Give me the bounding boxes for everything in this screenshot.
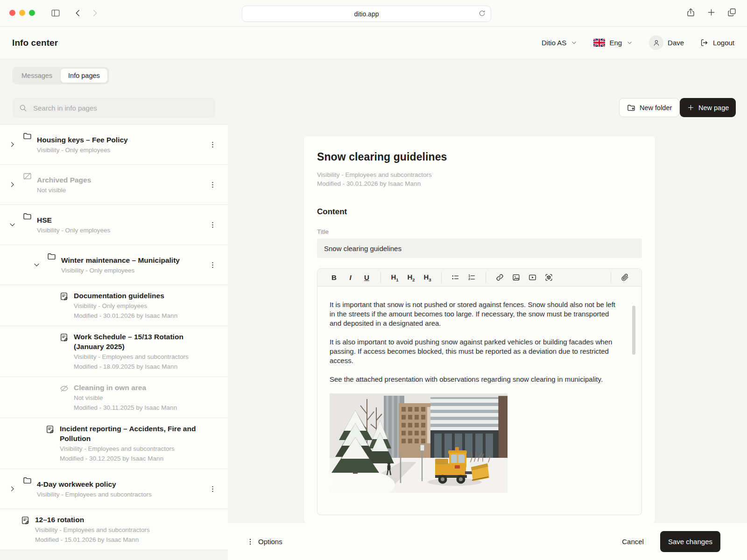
company-selector[interactable]: Ditio AS: [542, 39, 578, 47]
image-icon: [512, 273, 521, 282]
bullet-list-button[interactable]: [448, 271, 463, 284]
document-visibility: Visibility - Employees and subcontractor…: [317, 170, 642, 179]
toolbar-group: 12: [441, 272, 486, 283]
italic-button[interactable]: I: [343, 271, 358, 284]
heading-2-icon: H2: [407, 273, 415, 282]
content-section-heading: Content: [317, 207, 642, 217]
attachment-button[interactable]: [617, 271, 633, 284]
chevron-right-icon[interactable]: [8, 485, 16, 493]
plus-icon: [687, 104, 695, 112]
tree-row-meta: Visibility - Only employees: [37, 226, 110, 235]
language-selector[interactable]: Eng: [593, 39, 633, 47]
snow-plow-photo: [330, 393, 507, 493]
search-icon: [19, 104, 28, 112]
tree-row-title: Archived Pages: [37, 175, 91, 185]
tree-folder-row[interactable]: Archived Pages Not visible: [0, 165, 228, 205]
logout-label: Logout: [713, 39, 734, 47]
tab-overview-icon[interactable]: [727, 7, 737, 17]
tree-folder-row[interactable]: HSE Visibility - Only employees: [0, 205, 228, 245]
video-button[interactable]: [525, 271, 540, 284]
ordered-list-button[interactable]: 12: [464, 271, 479, 284]
page-title: Info center: [12, 38, 58, 48]
tree-row-title: HSE: [37, 215, 110, 225]
tree-folder-row[interactable]: Winter maintenance – Municipality Visibi…: [0, 245, 228, 285]
heading-3-icon: H3: [423, 273, 431, 282]
tree-row-title: Winter maintenance – Municipality: [61, 255, 180, 265]
cancel-button[interactable]: Cancel: [619, 537, 647, 546]
chevron-down-icon[interactable]: [8, 221, 16, 229]
browser-sidebar-icon[interactable]: [50, 8, 61, 18]
page-edit-icon: [45, 425, 55, 434]
user-name: Dave: [668, 39, 684, 47]
heading-3-button[interactable]: H3: [420, 271, 435, 284]
window-close-button[interactable]: [9, 10, 15, 16]
new-folder-button[interactable]: New folder: [619, 98, 679, 117]
tree-page-row[interactable]: Incident reporting – Accidents, Fire and…: [0, 418, 228, 469]
svg-text:1: 1: [468, 274, 470, 277]
window-minimize-button[interactable]: [19, 10, 25, 16]
language-label: Eng: [609, 39, 622, 47]
avatar: [649, 35, 663, 50]
address-bar[interactable]: ditio.app: [242, 6, 491, 22]
tree-row-meta: Visibility - Employees and subcontractor…: [60, 444, 204, 453]
underline-button[interactable]: U: [359, 271, 374, 284]
new-page-button[interactable]: New page: [680, 98, 736, 117]
tree-folder-row[interactable]: 4-Day workweek policy Visibility - Emplo…: [0, 469, 228, 509]
title-field-input[interactable]: [317, 238, 642, 258]
editor-scrollbar[interactable]: [632, 306, 635, 355]
tree-row-title: Cleaning in own area: [74, 383, 177, 392]
save-changes-button[interactable]: Save changes: [660, 531, 720, 552]
ordered-list-icon: 12: [467, 273, 476, 282]
chevron-down-icon: [571, 39, 578, 46]
tab-info-pages[interactable]: Info pages: [60, 68, 108, 83]
title-field-label: Title: [317, 228, 642, 235]
logout-button[interactable]: Logout: [700, 38, 734, 47]
search-box[interactable]: [12, 98, 216, 118]
tree-page-row[interactable]: 12–16 rotation Visibility - Employees an…: [0, 509, 228, 550]
cube-scan-button[interactable]: [541, 271, 557, 284]
bold-button[interactable]: B: [326, 271, 342, 284]
tree-page-row[interactable]: Work Schedule – 15/13 Rotation (January …: [0, 326, 228, 377]
row-menu-icon[interactable]: [207, 179, 218, 190]
folder-icon: [22, 131, 32, 141]
share-icon[interactable]: [686, 7, 696, 17]
page-edit-icon: [59, 333, 69, 342]
heading-1-icon: H1: [391, 273, 398, 282]
image-button[interactable]: [508, 271, 524, 284]
video-icon: [528, 273, 537, 282]
new-tab-icon[interactable]: [706, 7, 716, 17]
user-menu[interactable]: Dave: [649, 35, 684, 50]
reload-icon[interactable]: [478, 9, 486, 17]
tree-folder-row[interactable]: Housing keys – Fee Policy Visibility - O…: [0, 125, 228, 165]
window-zoom-button[interactable]: [29, 10, 35, 16]
search-input[interactable]: [32, 104, 209, 112]
heading-2-button[interactable]: H2: [403, 271, 419, 284]
browser-back-icon[interactable]: [73, 8, 83, 18]
row-menu-icon[interactable]: [207, 139, 218, 150]
tree-page-row[interactable]: Cleaning in own area Not visibleModified…: [0, 377, 228, 418]
uk-flag-icon: [593, 39, 605, 47]
tree-page-row[interactable]: Documentation guidelines Visibility - On…: [0, 285, 228, 326]
options-button[interactable]: Options: [247, 538, 282, 546]
editor-body[interactable]: It is important that snow is not pushed …: [317, 287, 641, 501]
link-button[interactable]: [492, 271, 507, 284]
tree-row-meta: Visibility - Only employees: [61, 266, 180, 275]
tab-messages[interactable]: Messages: [14, 68, 60, 83]
row-menu-icon[interactable]: [207, 219, 218, 231]
folder-icon: [47, 252, 56, 261]
tree-row-meta: Modified - 15.01.2026 by Isaac Mann: [35, 535, 150, 544]
row-menu-icon[interactable]: [207, 259, 218, 271]
underline-icon: U: [364, 273, 369, 281]
chevron-right-icon[interactable]: [8, 140, 16, 148]
heading-1-button[interactable]: H1: [387, 271, 402, 284]
chevron-right-icon[interactable]: [8, 181, 16, 189]
chevron-down-icon[interactable]: [33, 261, 41, 269]
document-title: Snow clearing guidelines: [317, 151, 642, 163]
browser-forward-icon[interactable]: [90, 8, 100, 18]
tree-row-title: 12–16 rotation: [35, 515, 150, 525]
row-menu-icon[interactable]: [207, 483, 218, 495]
toolbar-group: [486, 272, 563, 283]
tree-row-title: Work Schedule – 15/13 Rotation (January …: [74, 332, 204, 351]
eye-off-icon: [59, 384, 69, 393]
attachment-icon: [620, 273, 629, 282]
